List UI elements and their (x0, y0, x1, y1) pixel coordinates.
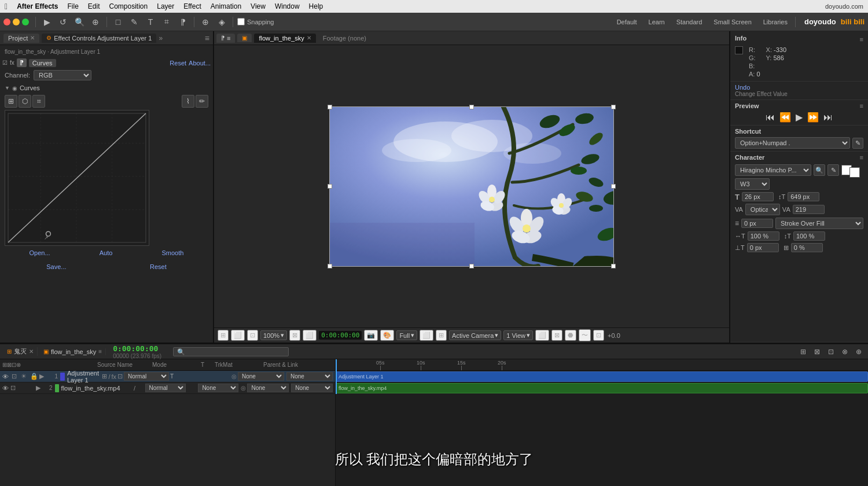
layer1-lock-icon[interactable]: 🔒 (30, 373, 38, 380)
tl-comp2-close[interactable]: ≡ (98, 348, 102, 355)
view-display[interactable]: 1 View ▾ (503, 330, 533, 340)
layer1-mode-select[interactable]: Normal (124, 372, 169, 381)
tl-tool-5[interactable]: ⊕ (853, 346, 865, 358)
layer1-solo-icon[interactable]: ☀ (21, 373, 29, 380)
workspace-standard[interactable]: Standard (673, 17, 706, 27)
comp-panel-menu[interactable]: ≡ (227, 35, 230, 42)
menu-layer[interactable]: Layer (157, 2, 174, 10)
text-tool[interactable]: T (144, 16, 157, 28)
selection-tool[interactable]: ▶ (40, 16, 54, 28)
workspace-learn[interactable]: Learn (645, 17, 668, 27)
layer1-audio-icon[interactable]: ⊡ (12, 373, 20, 380)
curves-reset-btn[interactable]: Reset (170, 60, 186, 67)
preview-step-back[interactable]: ⏪ (779, 112, 791, 123)
curves-tool-smooth[interactable]: ⌇ (182, 95, 194, 108)
handle-bottom-right[interactable] (611, 264, 616, 268)
menu-composition[interactable]: Composition (109, 2, 148, 10)
layer-row-1[interactable]: 👁 ⊡ ☀ 🔒 ▶ 1 Adjustment Layer 1 ⊞ / fx ⊡ … (0, 371, 335, 382)
curves-save-btn[interactable]: Save... (46, 263, 66, 270)
menu-edit[interactable]: Edit (88, 2, 100, 10)
comp-region-btn[interactable]: ⬜ (303, 330, 317, 341)
handle-top-left[interactable] (328, 105, 332, 109)
curves-open-btn[interactable]: Open... (30, 249, 50, 256)
scale-v-input[interactable] (793, 231, 825, 241)
stroke-input[interactable] (741, 219, 773, 228)
preview-play[interactable]: ▶ (796, 112, 803, 123)
curves-tool-point-grid[interactable]: ⊞ (5, 95, 17, 108)
panel-menu-btn[interactable]: ≡ (205, 34, 209, 43)
scale-h-input[interactable] (748, 231, 779, 241)
fx-checkbox[interactable]: ☑ (2, 60, 8, 66)
comp-time-display[interactable]: 0:00:00:00 (319, 331, 362, 340)
menu-file[interactable]: File (67, 2, 78, 10)
layer2-audio-icon[interactable]: ⊡ (10, 384, 17, 392)
curves-tool-arbitary[interactable]: ⌗ (32, 95, 45, 108)
tl-tool-2[interactable]: ⊠ (811, 346, 823, 358)
layer1-motion-icon[interactable]: ⊡ (117, 373, 123, 380)
panel-expand-btn[interactable]: » (159, 34, 163, 42)
effect-controls-tab[interactable]: ⚙ Effect Controls Adjustment Layer 1 (42, 34, 156, 43)
tl-tool-3[interactable]: ⊡ (825, 346, 837, 358)
layer1-expand-icon[interactable]: ▶ (39, 373, 47, 380)
curves-graph[interactable]: ↗ (5, 110, 149, 246)
font-size-input[interactable] (742, 192, 774, 201)
tl-tool-4[interactable]: ⊗ (839, 346, 851, 358)
menu-effect[interactable]: Effect (183, 2, 201, 10)
layer-row-2[interactable]: 👁 ⊡ ▶ 2 flow_in_the_sky.mp4 / Normal (0, 382, 335, 394)
weight-select[interactable]: W3 (735, 178, 770, 190)
comp-guide-btn[interactable]: ⊞ (436, 330, 447, 341)
layer2-vis-icon[interactable]: 👁 (2, 385, 9, 392)
preview-to-start[interactable]: ⏮ (766, 112, 775, 123)
curves-auto-btn[interactable]: Auto (100, 249, 113, 256)
menu-view[interactable]: View (251, 2, 266, 10)
comp-color-btn[interactable]: 🎨 (380, 330, 394, 341)
layer2-expand-icon[interactable]: ▶ (36, 384, 43, 392)
apple-logo[interactable]:  (5, 2, 8, 11)
tl-time-display[interactable]: 0:00:00:00 (113, 344, 161, 353)
rect-tool[interactable]: □ (111, 16, 125, 28)
preview-menu[interactable]: ≡ (860, 102, 863, 109)
handle-mid-left[interactable] (328, 184, 332, 189)
stroke-type-select[interactable]: Stroke Over Fill (775, 218, 863, 229)
layer2-mode-select[interactable]: Normal (145, 384, 186, 392)
rotation-tool[interactable]: ↺ (56, 16, 70, 28)
menu-animation[interactable]: Animation (211, 2, 241, 10)
shortcut-edit-btn[interactable]: ✎ (852, 138, 863, 149)
pen-tool[interactable]: ✎ (127, 16, 141, 28)
comp-canvas-area[interactable] (214, 45, 729, 327)
layer1-vis-icon[interactable]: 👁 (2, 373, 10, 380)
font-search-btn[interactable]: 🔍 (814, 164, 825, 176)
comp-tab-close[interactable]: ✕ (307, 35, 311, 41)
layer1-parent-select2[interactable]: None (286, 372, 333, 381)
handle-top-right[interactable] (611, 105, 616, 109)
font-edit-btn[interactable]: ✎ (827, 164, 839, 176)
footage-tab[interactable]: Footage (none) (318, 34, 371, 43)
preview-to-end[interactable]: ⏭ (823, 112, 833, 123)
close-button[interactable] (3, 19, 10, 25)
zoom-display[interactable]: 100% ▾ (260, 330, 287, 340)
curves-smooth-btn[interactable]: Smooth (161, 249, 183, 256)
snapping-checkbox[interactable] (237, 18, 245, 25)
comp-motion-btn[interactable]: 〜 (579, 329, 591, 341)
comp-fit-btn[interactable]: ⊠ (289, 330, 300, 341)
minimize-button[interactable] (13, 19, 20, 25)
character-menu[interactable]: ≡ (860, 154, 863, 161)
handle-bottom-center[interactable] (469, 264, 474, 268)
project-tab[interactable]: Project ✕ (3, 34, 39, 43)
curves-tool-pencil-draw[interactable]: ⬡ (19, 95, 31, 108)
zoom-tool[interactable]: 🔍 (72, 16, 86, 28)
comp-transparency-btn[interactable]: ⊡ (247, 330, 258, 341)
playhead[interactable] (336, 359, 337, 394)
tl-search-input[interactable] (173, 347, 289, 356)
tl-comp1-close[interactable]: ✕ (29, 348, 34, 355)
active-camera-display[interactable]: Active Camera ▾ (449, 330, 501, 340)
roto-tool[interactable]: ◈ (215, 16, 229, 28)
font-select[interactable]: Hiragino Mincho P... (735, 164, 811, 176)
clip-video[interactable]: flow_in_the_sky.mp4 (336, 383, 868, 393)
channel-select[interactable]: RGB (34, 70, 91, 80)
layer2-parent-select2[interactable]: None (291, 384, 333, 392)
comp-frame-btn[interactable]: ⬜ (535, 330, 549, 341)
layer1-fx-btn[interactable]: ⊞ (102, 373, 107, 380)
curves-about-btn[interactable]: About... (189, 60, 211, 67)
clone-tool[interactable]: ⁋ (176, 16, 190, 28)
